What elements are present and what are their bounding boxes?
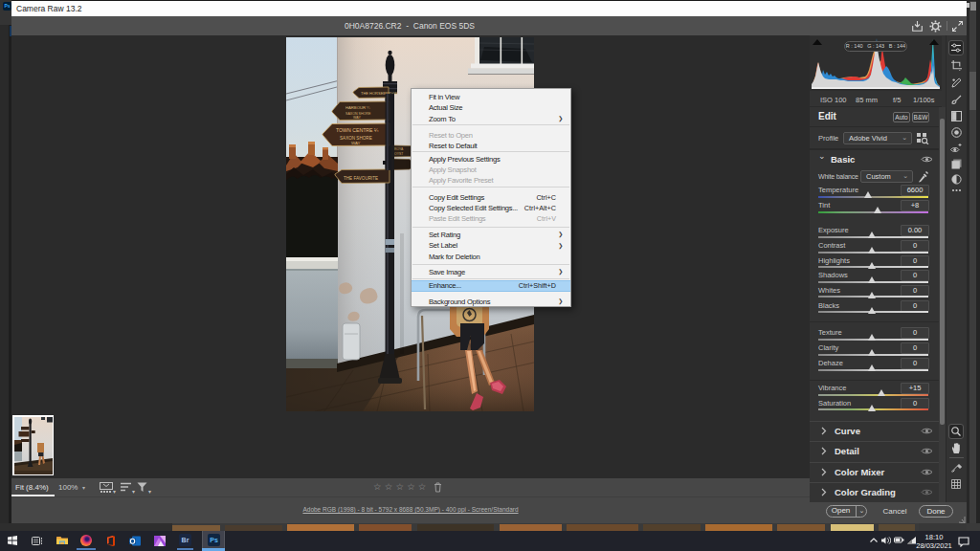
svg-text:TOWN CENTRE ¼: TOWN CENTRE ¼ <box>336 127 379 133</box>
svg-text:ROYA: ROYA <box>394 147 404 151</box>
svg-text:THE FAVOURITE: THE FAVOURITE <box>344 176 378 181</box>
svg-text:SAXON SHORE: SAXON SHORE <box>340 136 372 141</box>
svg-text:WAY: WAY <box>353 116 361 120</box>
svg-text:WAY: WAY <box>351 141 361 145</box>
svg-text:HARBOUR ¼: HARBOUR ¼ <box>345 105 370 110</box>
svg-text:OYST: OYST <box>394 152 403 156</box>
svg-text:SAXON SHORE: SAXON SHORE <box>345 112 371 116</box>
